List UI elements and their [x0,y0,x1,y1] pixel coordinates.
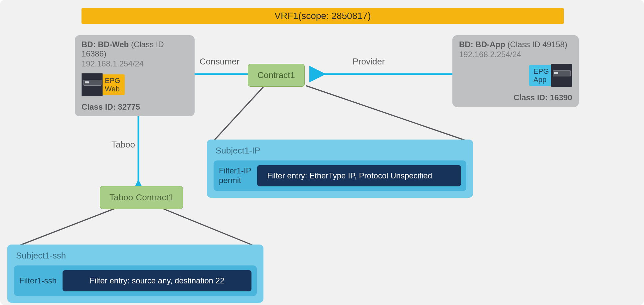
bd-app-box: BD: BD-App (Class ID 49158) 192.168.2.25… [452,35,579,107]
vrf-label: VRF1(scope: 2850817) [274,11,371,21]
contract1-node: Contract1 [248,64,305,87]
contract1-label: Contract1 [257,70,295,80]
filter-ip-name: Filter1-IP permit [219,165,257,186]
server-icon [81,73,103,96]
svg-line-3 [214,86,264,140]
bd-app-title: BD: BD-App (Class ID 49158) [459,40,572,49]
subject-ssh-box: Subject1-ssh Filter1-ssh Filter entry: s… [7,245,263,303]
epg-web: EPG Web [81,73,188,96]
subject-ssh-title: Subject1-ssh [16,251,257,261]
svg-line-6 [163,209,253,245]
taboo-contract-node: Taboo-Contract1 [100,186,183,209]
filter-ip-row: Filter1-IP permit Filter entry: EtherTyp… [214,160,466,191]
bd-app-subnet: 192.168.2.254/24 [459,50,572,59]
epg-web-label: EPG Web [100,74,125,95]
vrf-banner: VRF1(scope: 2850817) [81,8,564,24]
filter-ssh-row: Filter1-ssh Filter entry: source any, de… [14,265,257,296]
bd-app-classid: Class ID: 16390 [459,93,572,102]
bd-web-box: BD: BD-Web (Class ID 16386) 192.168.1.25… [75,35,195,116]
bd-web-classid: Class ID: 32775 [81,102,188,112]
epg-app: EPG App [459,64,572,87]
svg-line-5 [20,209,114,245]
subject-ip-title: Subject1-IP [216,146,466,156]
server-icon [551,64,572,87]
bd-web-subnet: 192.168.1.254/24 [81,59,188,68]
filter-ssh-name: Filter1-ssh [19,270,63,291]
label-consumer: Consumer [200,56,240,67]
label-taboo: Taboo [111,140,135,150]
diagram-canvas: VRF1(scope: 2850817) BD: BD-Web (Class I… [0,0,644,305]
filter-ip-entry: Filter entry: EtherType IP, Protocol Uns… [257,165,461,186]
taboo-contract-label: Taboo-Contract1 [109,192,173,202]
subject-ip-box: Subject1-IP Filter1-IP permit Filter ent… [207,140,473,198]
svg-line-4 [306,86,465,140]
label-provider: Provider [353,56,385,67]
bd-web-title: BD: BD-Web (Class ID 16386) [81,40,188,58]
filter-ssh-entry: Filter entry: source any, destination 22 [63,270,251,291]
epg-app-label: EPG App [529,65,554,86]
